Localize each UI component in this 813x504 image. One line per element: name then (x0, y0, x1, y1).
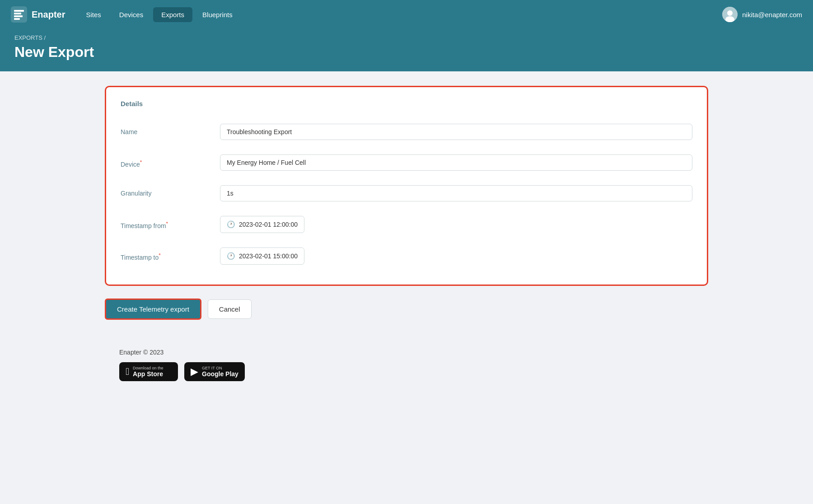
app-store-badge[interactable]:  Download on the App Store (119, 362, 178, 381)
timestamp-from-row: Timestamp from* 🕐 2023-02-01 12:00:00 (121, 209, 692, 240)
svg-rect-2 (14, 13, 21, 14)
avatar (722, 7, 738, 22)
breadcrumb: EXPORTS / (14, 34, 799, 41)
nav-logo[interactable]: Enapter (11, 6, 65, 23)
svg-rect-3 (14, 15, 23, 17)
user-email: nikita@enapter.com (742, 11, 802, 19)
google-play-text: GET IT ON Google Play (202, 366, 238, 378)
cancel-button[interactable]: Cancel (208, 299, 252, 319)
nav-link-devices[interactable]: Devices (111, 7, 151, 22)
nav-link-sites[interactable]: Sites (78, 7, 109, 22)
granularity-row: Granularity (121, 178, 692, 209)
page-content: Details Name Device* Granularity Timesta… (90, 71, 723, 406)
timestamp-to-value: 2023-02-01 15:00:00 (239, 252, 298, 260)
nav-link-exports[interactable]: Exports (153, 7, 192, 22)
brand-name: Enapter (32, 9, 65, 20)
svg-rect-1 (14, 10, 24, 12)
button-row: Create Telemetry export Cancel (105, 299, 708, 320)
details-card: Details Name Device* Granularity Timesta… (105, 86, 708, 286)
details-title: Details (121, 100, 692, 107)
app-store-text: Download on the App Store (133, 366, 164, 378)
nav-links: Sites Devices Exports Blueprints (78, 7, 719, 22)
device-input[interactable] (220, 154, 692, 171)
name-row: Name (121, 117, 692, 147)
google-play-badge[interactable]: ▶ GET IT ON Google Play (184, 362, 245, 381)
granularity-input[interactable] (220, 185, 692, 201)
name-input[interactable] (220, 124, 692, 140)
google-play-icon: ▶ (191, 366, 198, 378)
device-label: Device* (121, 154, 220, 168)
nav-link-blueprints[interactable]: Blueprints (194, 7, 241, 22)
timestamp-to-label: Timestamp to* (121, 247, 220, 261)
svg-point-6 (727, 10, 733, 16)
clock-icon-2: 🕐 (227, 252, 235, 260)
create-telemetry-export-button[interactable]: Create Telemetry export (105, 299, 201, 320)
apple-icon:  (126, 366, 129, 378)
enapter-logo-icon (11, 6, 27, 23)
timestamp-from-value: 2023-02-01 12:00:00 (239, 221, 298, 228)
breadcrumb-parent: EXPORTS (14, 34, 42, 41)
timestamp-from-label: Timestamp from* (121, 216, 220, 229)
device-row: Device* (121, 147, 692, 178)
footer-badges:  Download on the App Store ▶ GET IT ON … (119, 362, 694, 381)
timestamp-from-input[interactable]: 🕐 2023-02-01 12:00:00 (220, 216, 304, 233)
clock-icon: 🕐 (227, 220, 235, 229)
breadcrumb-separator: / (44, 34, 46, 41)
footer: Enapter © 2023  Download on the App Sto… (105, 338, 708, 392)
timestamp-to-row: Timestamp to* 🕐 2023-02-01 15:00:00 (121, 240, 692, 272)
footer-copyright: Enapter © 2023 (119, 349, 694, 356)
name-label: Name (121, 124, 220, 135)
nav-user[interactable]: nikita@enapter.com (722, 7, 802, 22)
granularity-label: Granularity (121, 185, 220, 197)
svg-rect-4 (14, 18, 20, 20)
page-title: New Export (14, 44, 799, 61)
page-header: EXPORTS / New Export (0, 29, 813, 71)
timestamp-to-input[interactable]: 🕐 2023-02-01 15:00:00 (220, 247, 304, 265)
navbar: Enapter Sites Devices Exports Blueprints… (0, 0, 813, 29)
